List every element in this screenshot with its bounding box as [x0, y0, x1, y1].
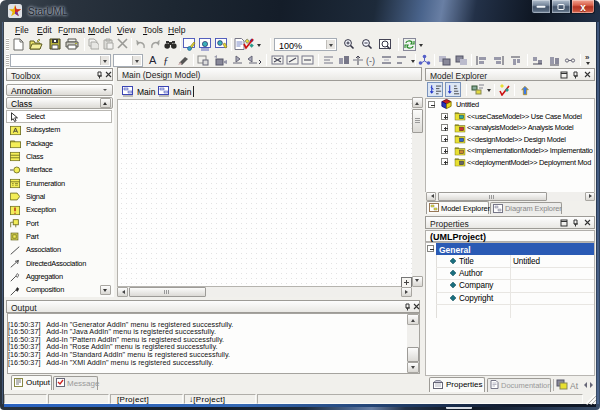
svg-text:(-): (-)	[366, 56, 375, 66]
